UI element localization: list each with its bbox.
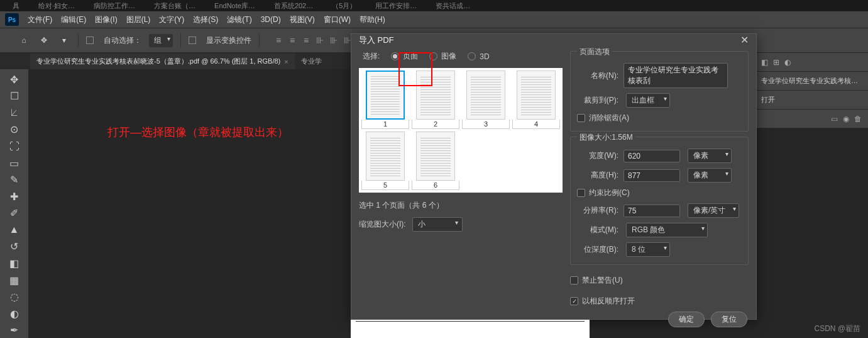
history-brush-tool-icon[interactable]: ↺ <box>5 239 24 255</box>
group-title: 图像大小:1.56M <box>577 132 635 143</box>
os-tab[interactable]: 用工作安排… <box>375 1 417 11</box>
lasso-tool-icon[interactable]: ⟀ <box>5 105 24 121</box>
align-icon[interactable]: ≡ <box>300 35 312 46</box>
eraser-tool-icon[interactable]: ◧ <box>5 256 24 271</box>
os-tab[interactable]: 病防控工作… <box>94 1 135 11</box>
close-icon[interactable]: ✕ <box>740 34 749 46</box>
ok-button[interactable]: 确定 <box>668 312 705 327</box>
align-icon[interactable]: ≡ <box>286 35 299 46</box>
annotation-text: 打开—选择图像（章就被提取出来） <box>107 125 288 140</box>
radio-3d[interactable]: 3D <box>468 52 489 61</box>
panel-icon[interactable]: ◧ <box>761 58 768 67</box>
resolution-label: 分辨率(R): <box>577 205 618 216</box>
menu-file[interactable]: 文件(F) <box>28 14 52 25</box>
toolbox: ✥ ☐ ⟀ ⊙ ⛶ ▭ ✎ ✚ ✐ ▲ ↺ ◧ ▦ ◌ ◐ ✒ <box>0 69 29 338</box>
crop-label: 裁剪到(P): <box>577 95 618 106</box>
menu-3d[interactable]: 3D(D) <box>261 15 281 24</box>
brush-tool-icon[interactable]: ✐ <box>5 206 24 222</box>
document-tab-active[interactable]: 专业学位研究生专业实践考核表郝晓波-5（盖章）.pdf @ 66.7% (图层 … <box>30 54 295 69</box>
antialias-checkbox[interactable] <box>577 114 585 122</box>
menu-help[interactable]: 帮助(H) <box>360 14 385 25</box>
height-input[interactable]: 877 <box>624 169 680 182</box>
crop-select[interactable]: 出血框 <box>626 93 670 108</box>
history-item[interactable]: 打开 <box>761 95 775 104</box>
os-tab[interactable]: EndNote库… <box>214 1 255 11</box>
menu-view[interactable]: 视图(V) <box>290 14 315 25</box>
move-tool-icon[interactable]: ✥ <box>5 72 24 87</box>
page-thumbnail-2[interactable] <box>416 70 455 120</box>
page-thumbnail-4[interactable] <box>517 70 556 120</box>
thumb-size-label: 缩览图大小(I): <box>359 219 406 230</box>
mode-select[interactable]: RGB 颜色 <box>626 223 708 237</box>
eyedropper-tool-icon[interactable]: ✎ <box>5 172 24 188</box>
width-unit-select[interactable]: 像素 <box>688 149 732 163</box>
image-size-group: 图像大小:1.56M 宽度(W): 620 像素 高度(H): 877 像素 约… <box>570 137 749 265</box>
history-item[interactable]: 专业学位研究生专业实践考核… <box>761 76 858 86</box>
radio-image[interactable]: 图像 <box>429 51 456 62</box>
bitdepth-select[interactable]: 8 位 <box>626 242 670 257</box>
document-tab[interactable]: 专业学 <box>295 54 328 69</box>
auto-select-checkbox[interactable] <box>86 37 94 44</box>
show-transform-checkbox[interactable] <box>189 37 196 44</box>
clone-stamp-tool-icon[interactable]: ▲ <box>5 222 24 238</box>
panel-icon[interactable]: ◐ <box>784 58 791 67</box>
new-doc-icon[interactable]: ▭ <box>831 115 838 123</box>
os-tab[interactable]: 具 <box>13 1 19 11</box>
move-tool-icon[interactable]: ✥ <box>38 34 50 47</box>
frame-tool-icon[interactable]: ▭ <box>5 155 24 171</box>
reset-button[interactable]: 复位 <box>711 312 747 327</box>
pen-tool-icon[interactable]: ✒ <box>5 322 24 338</box>
auto-select-target[interactable]: 组 <box>149 34 173 47</box>
os-tab[interactable]: （5月） <box>332 1 356 11</box>
home-icon[interactable]: ⌂ <box>18 34 30 47</box>
name-input[interactable]: 专业学位研究生专业实践考核表刮 <box>624 63 728 88</box>
os-tab[interactable]: 首系统202… <box>274 1 313 11</box>
crop-tool-icon[interactable]: ⛶ <box>5 138 24 154</box>
page-thumbnail-3[interactable] <box>466 70 505 120</box>
constrain-checkbox[interactable] <box>577 189 585 197</box>
menu-select[interactable]: 选择(S) <box>193 14 218 25</box>
thumb-number: 1 <box>361 120 409 129</box>
menu-filter[interactable]: 滤镜(T) <box>227 14 251 25</box>
os-tab[interactable]: 资共话成… <box>436 1 470 11</box>
quick-select-tool-icon[interactable]: ⊙ <box>5 122 24 138</box>
resolution-input[interactable]: 75 <box>624 205 680 217</box>
healing-brush-tool-icon[interactable]: ✚ <box>5 189 24 205</box>
width-input[interactable]: 620 <box>624 150 680 162</box>
thumb-size-select[interactable]: 小 <box>412 217 463 232</box>
camera-icon[interactable]: ◉ <box>843 115 849 123</box>
menu-bar: Ps 文件(F) 编辑(E) 图像(I) 图层(L) 文字(Y) 选择(S) 滤… <box>0 11 868 28</box>
align-icon[interactable]: ⊪ <box>327 35 340 46</box>
radio-page[interactable]: 页面 <box>391 51 418 62</box>
align-icon[interactable]: ≡ <box>272 35 285 46</box>
page-thumbnail-5[interactable] <box>366 132 405 181</box>
panel-icon[interactable]: ⊞ <box>773 58 779 67</box>
page-thumbnail-6[interactable] <box>416 132 455 181</box>
thumb-number: 4 <box>512 120 560 129</box>
document-content-strip <box>351 320 590 338</box>
menu-window[interactable]: 窗口(W) <box>324 14 351 25</box>
gradient-tool-icon[interactable]: ▦ <box>5 273 24 288</box>
document-tab-label: 专业学 <box>301 57 322 66</box>
select-label: 选择: <box>363 51 380 62</box>
trash-icon[interactable]: 🗑 <box>854 115 862 123</box>
page-thumbnail-1[interactable] <box>366 70 405 120</box>
os-tab[interactable]: 给对·妇女… <box>38 1 75 11</box>
chevron-down-icon[interactable]: ▾ <box>58 34 70 47</box>
menu-image[interactable]: 图像(I) <box>95 14 117 25</box>
height-unit-select[interactable]: 像素 <box>688 168 732 183</box>
reverse-order-checkbox[interactable] <box>570 297 578 305</box>
thumb-number: 6 <box>412 181 459 190</box>
menu-layer[interactable]: 图层(L) <box>126 14 151 25</box>
os-tab[interactable]: 方案台账（… <box>154 1 195 11</box>
menu-edit[interactable]: 编辑(E) <box>61 14 86 25</box>
marquee-tool-icon[interactable]: ☐ <box>5 89 24 104</box>
dodge-tool-icon[interactable]: ◐ <box>5 306 24 322</box>
resolution-unit-select[interactable]: 像素/英寸 <box>688 203 739 218</box>
suppress-warnings-checkbox[interactable] <box>570 276 578 284</box>
menu-type[interactable]: 文字(Y) <box>159 14 184 25</box>
os-tab-strip: 具 给对·妇女… 病防控工作… 方案台账（… EndNote库… 首系统202…… <box>0 0 868 11</box>
close-icon[interactable]: × <box>284 58 288 65</box>
align-icon[interactable]: ⊪ <box>314 35 326 46</box>
blur-tool-icon[interactable]: ◌ <box>5 289 24 305</box>
